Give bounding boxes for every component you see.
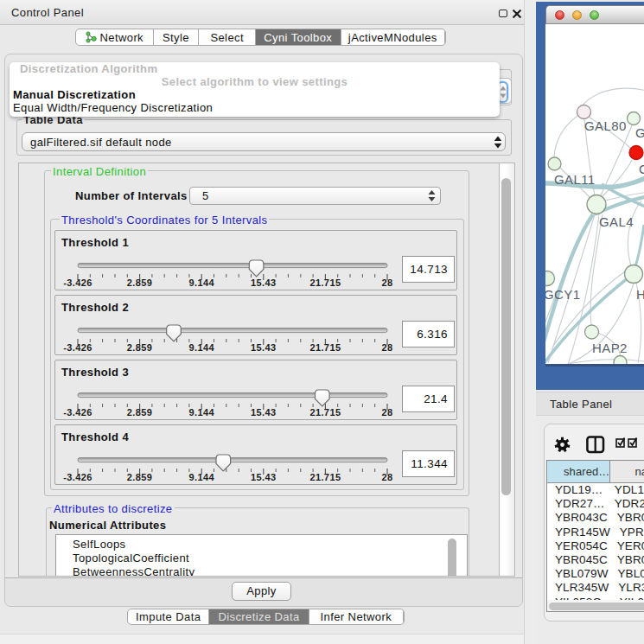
svg-text:GAL11: GAL11 [554, 172, 596, 187]
svg-text:21.715: 21.715 [309, 277, 341, 288]
svg-text:2.859: 2.859 [127, 277, 153, 288]
svg-text:-3.426: -3.426 [63, 407, 92, 418]
svg-text:9.144: 9.144 [188, 342, 214, 353]
svg-text:21.715: 21.715 [309, 407, 341, 418]
svg-text:28: 28 [381, 407, 392, 418]
svg-text:2.859: 2.859 [127, 407, 153, 418]
svg-text:28: 28 [381, 342, 392, 353]
svg-text:9.144: 9.144 [188, 407, 214, 418]
svg-text:H: H [636, 287, 644, 302]
svg-text:9.144: 9.144 [188, 472, 214, 482]
svg-text:GAL4: GAL4 [599, 214, 634, 229]
svg-text:2.859: 2.859 [127, 472, 153, 482]
svg-text:15.43: 15.43 [251, 342, 277, 353]
svg-text:28: 28 [381, 472, 392, 482]
svg-text:15.43: 15.43 [251, 472, 277, 482]
svg-text:21.715: 21.715 [309, 342, 341, 353]
svg-text:C: C [639, 162, 644, 176]
svg-text:-3.426: -3.426 [63, 342, 92, 353]
svg-text:GAL80: GAL80 [584, 118, 627, 133]
svg-text:15.43: 15.43 [251, 407, 277, 418]
svg-text:28: 28 [381, 277, 392, 288]
svg-text:HAP2: HAP2 [592, 341, 628, 355]
svg-text:9.144: 9.144 [188, 277, 214, 288]
svg-text:21.715: 21.715 [309, 472, 341, 482]
svg-text:-3.426: -3.426 [63, 277, 92, 288]
svg-text:15.43: 15.43 [251, 277, 277, 288]
svg-text:GCY1: GCY1 [545, 287, 580, 302]
svg-text:G: G [635, 125, 644, 140]
svg-text:-3.426: -3.426 [63, 472, 92, 482]
svg-text:2.859: 2.859 [127, 342, 153, 353]
